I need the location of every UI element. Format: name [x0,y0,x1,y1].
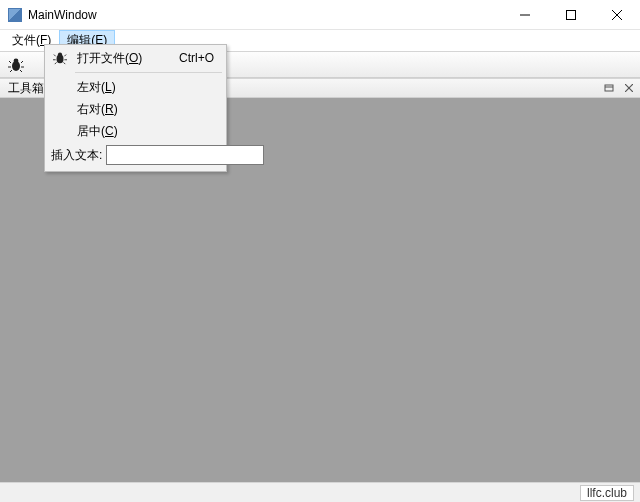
svg-line-23 [64,62,66,64]
minimize-button[interactable] [502,0,548,30]
app-icon [8,8,22,22]
menu-item-align-center[interactable]: 居中(C) [47,120,224,142]
svg-line-10 [10,70,12,72]
svg-line-22 [55,62,57,64]
dock-float-button[interactable] [602,81,616,95]
insert-text-label: 插入文本: [51,147,102,164]
open-file-shortcut: Ctrl+O [179,51,224,65]
statusbar: llfc.club [0,482,640,502]
svg-line-11 [20,70,22,72]
status-text: llfc.club [580,485,634,501]
menu-insert-text-row: 插入文本: [47,142,224,169]
align-right-label: 右对(R) [73,101,224,118]
window-title: MainWindow [28,8,97,22]
titlebar: MainWindow [0,0,640,30]
svg-rect-1 [567,11,576,20]
open-file-label: 打开文件(O) [73,50,179,67]
dock-title: 工具箱 [8,80,44,97]
window-controls [502,0,640,29]
insert-text-input[interactable] [106,145,264,165]
svg-point-5 [14,58,19,63]
dock-buttons [602,81,636,95]
edit-menu-dropdown: 打开文件(O) Ctrl+O 左对(L) 右对(R) 居中(C) 插入文本: [44,44,227,172]
svg-line-18 [54,55,56,57]
menu-item-align-right[interactable]: 右对(R) [47,98,224,120]
toolbar-open-button[interactable] [6,55,26,75]
align-left-label: 左对(L) [73,79,224,96]
bug-icon [53,51,67,65]
maximize-button[interactable] [548,0,594,30]
menu-separator [75,72,222,73]
close-button[interactable] [594,0,640,30]
svg-point-17 [58,52,62,56]
menu-item-open-file[interactable]: 打开文件(O) Ctrl+O [47,47,224,69]
svg-rect-12 [605,85,613,91]
menu-item-align-left[interactable]: 左对(L) [47,76,224,98]
dock-close-button[interactable] [622,81,636,95]
svg-line-7 [21,61,23,63]
align-center-label: 居中(C) [73,123,224,140]
svg-line-19 [64,55,66,57]
titlebar-left: MainWindow [8,8,97,22]
svg-line-6 [9,61,11,63]
bug-icon [8,57,24,73]
